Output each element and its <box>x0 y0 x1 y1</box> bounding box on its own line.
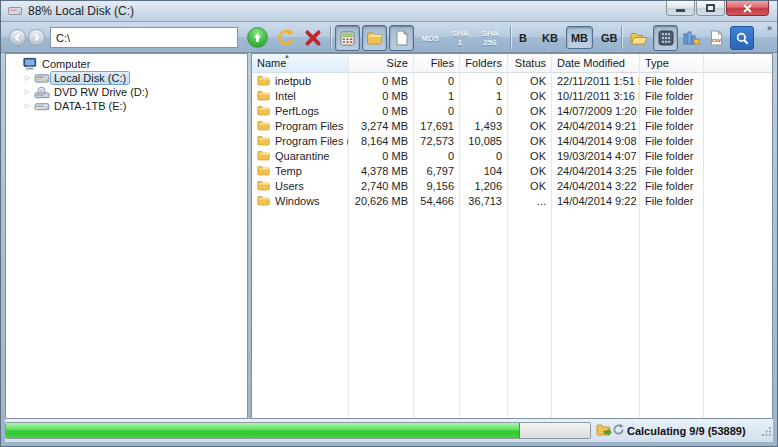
unit-button-mb[interactable]: MB <box>566 26 593 49</box>
file-list-cell-type[interactable]: File folder <box>640 193 703 208</box>
md5-button[interactable]: MD5 <box>416 25 444 51</box>
file-list-cell-folders[interactable]: 0 <box>460 148 507 163</box>
file-list-cell-size[interactable]: 0 MB <box>349 88 413 103</box>
file-list-cell-date_modified[interactable]: 14/04/2014 9:22 AM <box>552 193 639 208</box>
file-list-cell-name[interactable]: Temp <box>252 163 348 178</box>
details-view-toggle-button[interactable] <box>653 25 678 51</box>
file-list-cell-size[interactable]: 3,274 MB <box>349 118 413 133</box>
file-list-cell-folders[interactable]: 1,493 <box>460 118 507 133</box>
stop-button[interactable] <box>303 28 323 48</box>
file-list-cell-status[interactable]: OK <box>508 133 551 148</box>
forward-button[interactable] <box>28 29 45 46</box>
minimize-button[interactable] <box>666 1 695 16</box>
file-list-cell-date_modified[interactable]: 10/11/2011 3:16 PM <box>552 88 639 103</box>
file-list-cell-files[interactable]: 17,691 <box>414 118 459 133</box>
scan-up-button[interactable] <box>247 27 268 48</box>
column-header-status[interactable]: Status <box>508 54 551 73</box>
column-header-name[interactable]: Name▲ <box>252 54 348 73</box>
file-list-cell-type[interactable]: File folder <box>640 88 703 103</box>
file-list-cell-type[interactable]: File folder <box>640 103 703 118</box>
file-list-cell-date_modified[interactable]: 14/04/2014 9:08 AM <box>552 133 639 148</box>
unit-button-kb[interactable]: KB <box>537 26 563 49</box>
file-list-cell-status[interactable]: ... <box>508 193 551 208</box>
file-list-cell-files[interactable]: 1 <box>414 88 459 103</box>
file-list-cell-size[interactable]: 0 MB <box>349 148 413 163</box>
file-list-cell-files[interactable]: 72,573 <box>414 133 459 148</box>
sha256-button[interactable]: SHA256 <box>476 25 504 51</box>
file-list-cell-status[interactable]: OK <box>508 88 551 103</box>
file-list-cell-type[interactable]: File folder <box>640 163 703 178</box>
csv-export-button[interactable]: csv <box>704 26 728 50</box>
file-list-cell-date_modified[interactable]: 24/04/2014 9:21 AM <box>552 118 639 133</box>
column-header-size[interactable]: Size <box>349 54 413 73</box>
file-list-cell-folders[interactable]: 1,206 <box>460 178 507 193</box>
file-list-cell-status[interactable]: OK <box>508 163 551 178</box>
file-list-cell-status[interactable]: OK <box>508 148 551 163</box>
file-list-cell-files[interactable]: 0 <box>414 148 459 163</box>
column-header-type[interactable]: Type <box>640 54 703 73</box>
file-list-cell-date_modified[interactable]: 22/11/2011 1:51 PM <box>552 73 639 88</box>
file-list-cell-size[interactable]: 2,740 MB <box>349 178 413 193</box>
unit-button-b[interactable]: B <box>512 26 534 49</box>
file-list-cell-files[interactable]: 0 <box>414 73 459 88</box>
sidebar-item-computer[interactable]: Computer <box>6 57 247 71</box>
show-folders-toggle-button[interactable] <box>362 25 387 51</box>
sidebar-item-data-1tb-e[interactable]: ▷DATA-1TB (E:) <box>6 99 247 113</box>
toolbar-overflow-chevron[interactable]: » <box>767 23 772 33</box>
file-list-cell-type[interactable]: File folder <box>640 118 703 133</box>
show-files-toggle-button[interactable] <box>389 25 414 51</box>
file-list-cell-folders[interactable]: 0 <box>460 73 507 88</box>
file-list-cell-name[interactable]: Program Files (x86) <box>252 133 348 148</box>
file-list-cell-status[interactable]: OK <box>508 103 551 118</box>
file-list-cell-size[interactable]: 4,378 MB <box>349 163 413 178</box>
sidebar-item-local-disk-c[interactable]: ▷Local Disk (C:) <box>6 71 247 85</box>
file-list-cell-size[interactable]: 0 MB <box>349 73 413 88</box>
file-list-cell-status[interactable]: OK <box>508 118 551 133</box>
sidebar-item-dvd-rw-drive-d[interactable]: ▷DVD RW Drive (D:) <box>6 85 247 99</box>
file-list-cell-folders[interactable]: 10,085 <box>460 133 507 148</box>
file-list-cell-size[interactable]: 20,626 MB <box>349 193 413 208</box>
file-list-cell-type[interactable]: File folder <box>640 148 703 163</box>
file-list-cell-size[interactable]: 0 MB <box>349 103 413 118</box>
expander-icon[interactable]: ▷ <box>22 74 33 82</box>
refresh-button[interactable] <box>275 27 297 49</box>
file-list-cell-type[interactable]: File folder <box>640 178 703 193</box>
column-header-folders[interactable]: Folders <box>460 54 507 73</box>
file-list-cell-date_modified[interactable]: 24/04/2014 3:25 PM <box>552 163 639 178</box>
file-list-cell-folders[interactable]: 104 <box>460 163 507 178</box>
file-list-cell-status[interactable]: OK <box>508 73 551 88</box>
search-button[interactable] <box>730 26 754 50</box>
file-list-cell-files[interactable]: 54,466 <box>414 193 459 208</box>
calculator-toggle-button[interactable] <box>335 25 360 51</box>
file-list-cell-name[interactable]: Windows <box>252 193 348 208</box>
open-report-button[interactable] <box>627 26 651 50</box>
file-list-cell-name[interactable]: Quarantine <box>252 148 348 163</box>
address-bar-input[interactable] <box>50 27 238 48</box>
maximize-button[interactable] <box>696 1 725 16</box>
file-list-cell-date_modified[interactable]: 24/04/2014 3:22 PM <box>552 178 639 193</box>
file-list-cell-files[interactable]: 9,156 <box>414 178 459 193</box>
expander-icon[interactable]: ▷ <box>22 102 33 110</box>
file-list-cell-folders[interactable]: 1 <box>460 88 507 103</box>
file-list-cell-name[interactable]: Users <box>252 178 348 193</box>
file-list-cell-date_modified[interactable]: 19/03/2014 4:07 PM <box>552 148 639 163</box>
file-list-cell-name[interactable]: inetpub <box>252 73 348 88</box>
file-list-cell-size[interactable]: 8,164 MB <box>349 133 413 148</box>
close-button[interactable] <box>726 1 769 16</box>
file-list-cell-folders[interactable]: 0 <box>460 103 507 118</box>
unit-button-gb[interactable]: GB <box>596 26 623 49</box>
column-header-date_modified[interactable]: Date Modified <box>552 54 639 73</box>
resize-grip[interactable] <box>761 423 772 441</box>
file-list-cell-name[interactable]: Program Files <box>252 118 348 133</box>
back-button[interactable] <box>9 29 26 46</box>
file-list-cell-date_modified[interactable]: 14/07/2009 1:20 PM <box>552 103 639 118</box>
file-list-cell-status[interactable]: OK <box>508 178 551 193</box>
file-list-cell-type[interactable]: File folder <box>640 133 703 148</box>
file-list-cell-type[interactable]: File folder <box>640 73 703 88</box>
file-list-cell-files[interactable]: 6,797 <box>414 163 459 178</box>
file-list-cell-name[interactable]: Intel <box>252 88 348 103</box>
file-list-cell-files[interactable]: 0 <box>414 103 459 118</box>
sha1-button[interactable]: SHA1 <box>446 25 474 51</box>
file-list-cell-name[interactable]: PerfLogs <box>252 103 348 118</box>
title-bar[interactable]: 88% Local Disk (C:) <box>1 1 777 21</box>
